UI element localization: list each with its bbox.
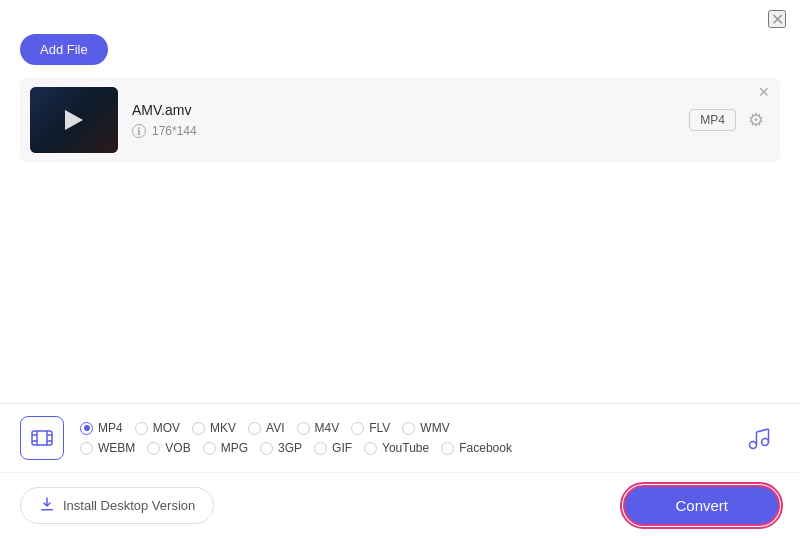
format-option-3gp[interactable]: 3GP	[260, 441, 302, 455]
convert-button[interactable]: Convert	[623, 485, 780, 526]
file-meta: ℹ 176*144	[132, 124, 689, 138]
format-label-mov: MOV	[153, 421, 180, 435]
format-label-wmv: WMV	[420, 421, 449, 435]
content-area	[0, 223, 800, 403]
format-option-wmv[interactable]: WMV	[402, 421, 449, 435]
install-label: Install Desktop Version	[63, 498, 195, 513]
format-badge-button[interactable]: MP4	[689, 109, 736, 131]
window-close-button[interactable]: ✕	[768, 10, 786, 28]
music-note-icon	[745, 425, 771, 451]
format-label-mp4: MP4	[98, 421, 123, 435]
add-file-button[interactable]: Add File	[20, 34, 108, 65]
file-item: AMV.amv ℹ 176*144 MP4 ⚙ ✕	[20, 77, 780, 163]
file-actions: MP4 ⚙	[689, 107, 766, 133]
radio-youtube[interactable]	[364, 442, 377, 455]
format-option-youtube[interactable]: YouTube	[364, 441, 429, 455]
radio-flv[interactable]	[351, 422, 364, 435]
radio-mov[interactable]	[135, 422, 148, 435]
file-thumbnail	[30, 87, 118, 153]
file-list: AMV.amv ℹ 176*144 MP4 ⚙ ✕	[0, 77, 800, 223]
radio-3gp[interactable]	[260, 442, 273, 455]
format-option-mkv[interactable]: MKV	[192, 421, 236, 435]
video-format-icon[interactable]	[20, 416, 64, 460]
format-option-gif[interactable]: GIF	[314, 441, 352, 455]
svg-point-8	[762, 439, 769, 446]
format-label-3gp: 3GP	[278, 441, 302, 455]
radio-mp4[interactable]	[80, 422, 93, 435]
format-label-flv: FLV	[369, 421, 390, 435]
film-icon	[31, 427, 53, 449]
radio-mkv[interactable]	[192, 422, 205, 435]
radio-vob[interactable]	[147, 442, 160, 455]
format-label-mkv: MKV	[210, 421, 236, 435]
format-label-facebook: Facebook	[459, 441, 512, 455]
format-label-m4v: M4V	[315, 421, 340, 435]
footer: Install Desktop Version Convert	[0, 472, 800, 538]
format-label-youtube: YouTube	[382, 441, 429, 455]
info-icon: ℹ	[132, 124, 146, 138]
file-name: AMV.amv	[132, 102, 689, 118]
file-close-button[interactable]: ✕	[758, 85, 770, 99]
format-option-m4v[interactable]: M4V	[297, 421, 340, 435]
play-icon	[65, 110, 83, 130]
svg-rect-12	[41, 509, 53, 511]
format-label-avi: AVI	[266, 421, 284, 435]
format-panel: MP4 MOV MKV AVI M4V	[0, 403, 800, 472]
format-option-avi[interactable]: AVI	[248, 421, 284, 435]
format-option-webm[interactable]: WEBM	[80, 441, 135, 455]
radio-avi[interactable]	[248, 422, 261, 435]
svg-rect-0	[32, 431, 52, 445]
settings-button[interactable]: ⚙	[746, 107, 766, 133]
format-row-2: WEBM VOB MPG 3GP GIF	[80, 441, 724, 455]
format-option-mpg[interactable]: MPG	[203, 441, 248, 455]
toolbar: Add File	[0, 34, 800, 77]
format-label-gif: GIF	[332, 441, 352, 455]
title-bar: ✕	[0, 0, 800, 34]
file-dimensions: 176*144	[152, 124, 197, 138]
file-info: AMV.amv ℹ 176*144	[132, 102, 689, 138]
format-option-vob[interactable]: VOB	[147, 441, 190, 455]
format-option-facebook[interactable]: Facebook	[441, 441, 512, 455]
format-option-mov[interactable]: MOV	[135, 421, 180, 435]
audio-format-icon[interactable]	[736, 416, 780, 460]
radio-wmv[interactable]	[402, 422, 415, 435]
format-label-mpg: MPG	[221, 441, 248, 455]
svg-line-11	[757, 429, 769, 432]
format-label-webm: WEBM	[98, 441, 135, 455]
download-icon	[39, 496, 55, 515]
radio-m4v[interactable]	[297, 422, 310, 435]
radio-webm[interactable]	[80, 442, 93, 455]
app-window: ✕ Add File AMV.amv ℹ 176*144 MP4 ⚙ ✕	[0, 0, 800, 538]
svg-point-7	[750, 442, 757, 449]
format-row-1: MP4 MOV MKV AVI M4V	[80, 421, 724, 435]
format-label-vob: VOB	[165, 441, 190, 455]
radio-facebook[interactable]	[441, 442, 454, 455]
format-option-flv[interactable]: FLV	[351, 421, 390, 435]
format-option-mp4[interactable]: MP4	[80, 421, 123, 435]
radio-gif[interactable]	[314, 442, 327, 455]
radio-mpg[interactable]	[203, 442, 216, 455]
install-desktop-button[interactable]: Install Desktop Version	[20, 487, 214, 524]
